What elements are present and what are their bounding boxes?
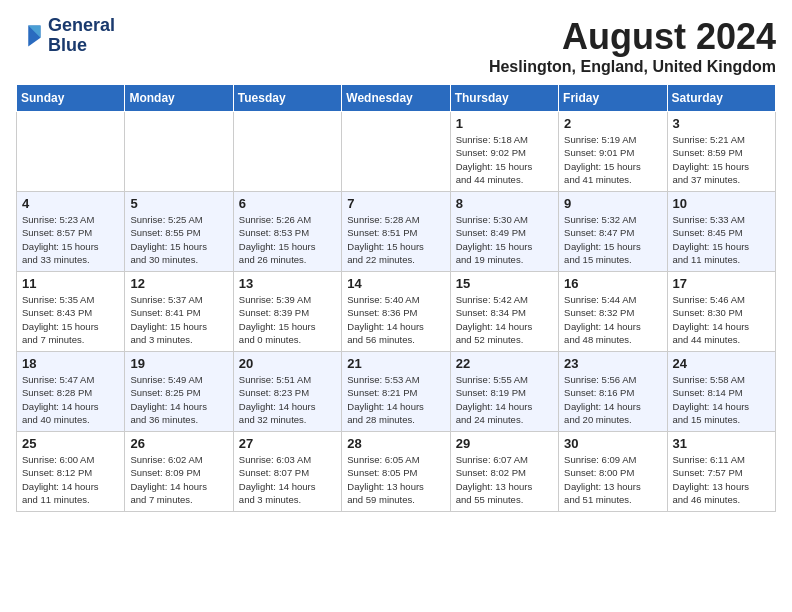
day-info: Sunrise: 6:07 AM Sunset: 8:02 PM Dayligh… <box>456 453 553 506</box>
logo-text: General Blue <box>48 16 115 56</box>
logo-icon <box>16 22 44 50</box>
day-number: 16 <box>564 276 661 291</box>
day-info: Sunrise: 5:39 AM Sunset: 8:39 PM Dayligh… <box>239 293 336 346</box>
day-number: 7 <box>347 196 444 211</box>
day-info: Sunrise: 5:44 AM Sunset: 8:32 PM Dayligh… <box>564 293 661 346</box>
day-number: 24 <box>673 356 770 371</box>
day-number: 6 <box>239 196 336 211</box>
calendar-cell <box>17 112 125 192</box>
calendar-cell: 28Sunrise: 6:05 AM Sunset: 8:05 PM Dayli… <box>342 432 450 512</box>
calendar-cell <box>233 112 341 192</box>
day-info: Sunrise: 6:03 AM Sunset: 8:07 PM Dayligh… <box>239 453 336 506</box>
calendar-cell: 6Sunrise: 5:26 AM Sunset: 8:53 PM Daylig… <box>233 192 341 272</box>
calendar-cell: 5Sunrise: 5:25 AM Sunset: 8:55 PM Daylig… <box>125 192 233 272</box>
day-info: Sunrise: 5:42 AM Sunset: 8:34 PM Dayligh… <box>456 293 553 346</box>
calendar-week-row: 25Sunrise: 6:00 AM Sunset: 8:12 PM Dayli… <box>17 432 776 512</box>
day-info: Sunrise: 5:49 AM Sunset: 8:25 PM Dayligh… <box>130 373 227 426</box>
day-number: 29 <box>456 436 553 451</box>
calendar-cell: 8Sunrise: 5:30 AM Sunset: 8:49 PM Daylig… <box>450 192 558 272</box>
calendar-header-row: SundayMondayTuesdayWednesdayThursdayFrid… <box>17 85 776 112</box>
calendar-cell <box>342 112 450 192</box>
calendar-week-row: 1Sunrise: 5:18 AM Sunset: 9:02 PM Daylig… <box>17 112 776 192</box>
logo-line1: General <box>48 16 115 36</box>
calendar-cell: 7Sunrise: 5:28 AM Sunset: 8:51 PM Daylig… <box>342 192 450 272</box>
calendar-cell: 17Sunrise: 5:46 AM Sunset: 8:30 PM Dayli… <box>667 272 775 352</box>
day-info: Sunrise: 5:55 AM Sunset: 8:19 PM Dayligh… <box>456 373 553 426</box>
day-info: Sunrise: 5:32 AM Sunset: 8:47 PM Dayligh… <box>564 213 661 266</box>
day-number: 18 <box>22 356 119 371</box>
calendar-cell: 25Sunrise: 6:00 AM Sunset: 8:12 PM Dayli… <box>17 432 125 512</box>
day-number: 3 <box>673 116 770 131</box>
month-year: August 2024 <box>489 16 776 58</box>
calendar-cell: 23Sunrise: 5:56 AM Sunset: 8:16 PM Dayli… <box>559 352 667 432</box>
calendar-week-row: 4Sunrise: 5:23 AM Sunset: 8:57 PM Daylig… <box>17 192 776 272</box>
day-number: 9 <box>564 196 661 211</box>
day-number: 12 <box>130 276 227 291</box>
day-info: Sunrise: 5:26 AM Sunset: 8:53 PM Dayligh… <box>239 213 336 266</box>
day-info: Sunrise: 6:11 AM Sunset: 7:57 PM Dayligh… <box>673 453 770 506</box>
day-info: Sunrise: 5:53 AM Sunset: 8:21 PM Dayligh… <box>347 373 444 426</box>
day-info: Sunrise: 6:02 AM Sunset: 8:09 PM Dayligh… <box>130 453 227 506</box>
calendar-cell: 12Sunrise: 5:37 AM Sunset: 8:41 PM Dayli… <box>125 272 233 352</box>
day-info: Sunrise: 5:21 AM Sunset: 8:59 PM Dayligh… <box>673 133 770 186</box>
calendar-cell: 10Sunrise: 5:33 AM Sunset: 8:45 PM Dayli… <box>667 192 775 272</box>
page-header: General Blue August 2024 Heslington, Eng… <box>16 16 776 76</box>
day-number: 25 <box>22 436 119 451</box>
calendar-cell: 19Sunrise: 5:49 AM Sunset: 8:25 PM Dayli… <box>125 352 233 432</box>
day-info: Sunrise: 5:47 AM Sunset: 8:28 PM Dayligh… <box>22 373 119 426</box>
calendar-header-cell: Sunday <box>17 85 125 112</box>
calendar-table: SundayMondayTuesdayWednesdayThursdayFrid… <box>16 84 776 512</box>
day-info: Sunrise: 5:30 AM Sunset: 8:49 PM Dayligh… <box>456 213 553 266</box>
title-block: August 2024 Heslington, England, United … <box>489 16 776 76</box>
location: Heslington, England, United Kingdom <box>489 58 776 76</box>
day-info: Sunrise: 5:58 AM Sunset: 8:14 PM Dayligh… <box>673 373 770 426</box>
calendar-cell <box>125 112 233 192</box>
calendar-cell: 9Sunrise: 5:32 AM Sunset: 8:47 PM Daylig… <box>559 192 667 272</box>
calendar-cell: 27Sunrise: 6:03 AM Sunset: 8:07 PM Dayli… <box>233 432 341 512</box>
logo-line2: Blue <box>48 36 115 56</box>
logo: General Blue <box>16 16 115 56</box>
day-info: Sunrise: 5:28 AM Sunset: 8:51 PM Dayligh… <box>347 213 444 266</box>
day-info: Sunrise: 6:00 AM Sunset: 8:12 PM Dayligh… <box>22 453 119 506</box>
day-number: 11 <box>22 276 119 291</box>
calendar-cell: 15Sunrise: 5:42 AM Sunset: 8:34 PM Dayli… <box>450 272 558 352</box>
day-number: 17 <box>673 276 770 291</box>
calendar-cell: 3Sunrise: 5:21 AM Sunset: 8:59 PM Daylig… <box>667 112 775 192</box>
calendar-cell: 1Sunrise: 5:18 AM Sunset: 9:02 PM Daylig… <box>450 112 558 192</box>
calendar-header-cell: Wednesday <box>342 85 450 112</box>
calendar-cell: 16Sunrise: 5:44 AM Sunset: 8:32 PM Dayli… <box>559 272 667 352</box>
calendar-cell: 29Sunrise: 6:07 AM Sunset: 8:02 PM Dayli… <box>450 432 558 512</box>
calendar-cell: 30Sunrise: 6:09 AM Sunset: 8:00 PM Dayli… <box>559 432 667 512</box>
day-number: 20 <box>239 356 336 371</box>
day-number: 21 <box>347 356 444 371</box>
day-number: 13 <box>239 276 336 291</box>
day-number: 8 <box>456 196 553 211</box>
day-number: 5 <box>130 196 227 211</box>
calendar-cell: 14Sunrise: 5:40 AM Sunset: 8:36 PM Dayli… <box>342 272 450 352</box>
calendar-cell: 31Sunrise: 6:11 AM Sunset: 7:57 PM Dayli… <box>667 432 775 512</box>
day-info: Sunrise: 6:09 AM Sunset: 8:00 PM Dayligh… <box>564 453 661 506</box>
day-info: Sunrise: 5:40 AM Sunset: 8:36 PM Dayligh… <box>347 293 444 346</box>
calendar-cell: 26Sunrise: 6:02 AM Sunset: 8:09 PM Dayli… <box>125 432 233 512</box>
calendar-header-cell: Thursday <box>450 85 558 112</box>
day-info: Sunrise: 5:19 AM Sunset: 9:01 PM Dayligh… <box>564 133 661 186</box>
day-number: 27 <box>239 436 336 451</box>
day-number: 30 <box>564 436 661 451</box>
day-info: Sunrise: 5:37 AM Sunset: 8:41 PM Dayligh… <box>130 293 227 346</box>
day-info: Sunrise: 5:23 AM Sunset: 8:57 PM Dayligh… <box>22 213 119 266</box>
day-number: 10 <box>673 196 770 211</box>
calendar-cell: 21Sunrise: 5:53 AM Sunset: 8:21 PM Dayli… <box>342 352 450 432</box>
calendar-body: 1Sunrise: 5:18 AM Sunset: 9:02 PM Daylig… <box>17 112 776 512</box>
day-number: 31 <box>673 436 770 451</box>
calendar-cell: 20Sunrise: 5:51 AM Sunset: 8:23 PM Dayli… <box>233 352 341 432</box>
day-number: 19 <box>130 356 227 371</box>
day-number: 22 <box>456 356 553 371</box>
day-info: Sunrise: 5:35 AM Sunset: 8:43 PM Dayligh… <box>22 293 119 346</box>
calendar-cell: 18Sunrise: 5:47 AM Sunset: 8:28 PM Dayli… <box>17 352 125 432</box>
day-info: Sunrise: 5:51 AM Sunset: 8:23 PM Dayligh… <box>239 373 336 426</box>
calendar-cell: 24Sunrise: 5:58 AM Sunset: 8:14 PM Dayli… <box>667 352 775 432</box>
calendar-cell: 4Sunrise: 5:23 AM Sunset: 8:57 PM Daylig… <box>17 192 125 272</box>
day-number: 14 <box>347 276 444 291</box>
calendar-cell: 2Sunrise: 5:19 AM Sunset: 9:01 PM Daylig… <box>559 112 667 192</box>
day-number: 15 <box>456 276 553 291</box>
